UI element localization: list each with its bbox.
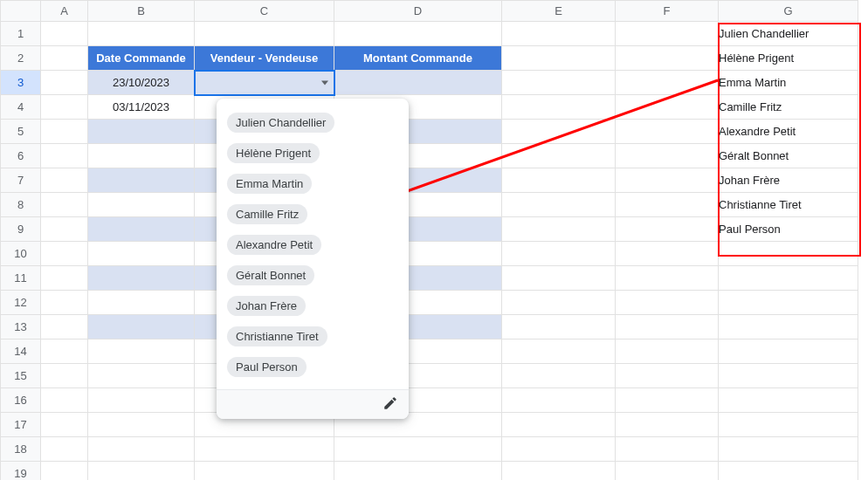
- cell-A16[interactable]: [41, 388, 88, 413]
- cell-A7[interactable]: [41, 168, 88, 193]
- row-header-9[interactable]: 9: [1, 217, 41, 242]
- cell-B16[interactable]: [88, 388, 195, 413]
- dropdown-indicator-icon[interactable]: [321, 80, 328, 85]
- cell-B10[interactable]: [88, 242, 195, 266]
- cell-G5[interactable]: Alexandre Petit: [719, 120, 858, 144]
- cell-B11[interactable]: [88, 266, 195, 291]
- cell-G3[interactable]: Emma Martin: [719, 71, 858, 95]
- cell-E4[interactable]: [502, 95, 616, 120]
- cell-B7[interactable]: [88, 168, 195, 193]
- cell-F10[interactable]: [616, 242, 719, 266]
- cell-A5[interactable]: [41, 120, 88, 144]
- cell-F9[interactable]: [616, 217, 719, 242]
- cell-A3[interactable]: [41, 71, 88, 95]
- cell-E2[interactable]: [502, 46, 616, 71]
- row-header-18[interactable]: 18: [1, 437, 41, 462]
- cell-G9[interactable]: Paul Person: [719, 217, 858, 242]
- col-header-C[interactable]: C: [195, 1, 334, 22]
- cell-E11[interactable]: [502, 266, 616, 291]
- col-header-F[interactable]: F: [616, 1, 719, 22]
- cell-D19[interactable]: [334, 462, 502, 481]
- cell-G8[interactable]: Christianne Tiret: [719, 193, 858, 217]
- cell-C2[interactable]: Vendeur - Vendeuse: [195, 46, 334, 71]
- cell-A19[interactable]: [41, 462, 88, 481]
- cell-B15[interactable]: [88, 364, 195, 388]
- dropdown-option[interactable]: Johan Frère: [227, 296, 306, 316]
- row-header-6[interactable]: 6: [1, 144, 41, 168]
- cell-E3[interactable]: [502, 71, 616, 95]
- cell-G11[interactable]: [719, 266, 858, 291]
- cell-G10[interactable]: [719, 242, 858, 266]
- cell-D18[interactable]: [334, 437, 502, 462]
- col-header-A[interactable]: A: [41, 1, 88, 22]
- cell-G13[interactable]: [719, 315, 858, 339]
- cell-F1[interactable]: [616, 22, 719, 46]
- row-header-12[interactable]: 12: [1, 291, 41, 315]
- row-header-16[interactable]: 16: [1, 388, 41, 413]
- dropdown-option[interactable]: Camille Fritz: [227, 204, 307, 224]
- row-header-1[interactable]: 1: [1, 22, 41, 46]
- cell-B17[interactable]: [88, 413, 195, 437]
- cell-E7[interactable]: [502, 168, 616, 193]
- row-header-3[interactable]: 3: [1, 71, 41, 95]
- col-header-B[interactable]: B: [88, 1, 195, 22]
- cell-G2[interactable]: Hélène Prigent: [719, 46, 858, 71]
- cell-G14[interactable]: [719, 339, 858, 364]
- cell-B19[interactable]: [88, 462, 195, 481]
- cell-F15[interactable]: [616, 364, 719, 388]
- cell-F2[interactable]: [616, 46, 719, 71]
- cell-F7[interactable]: [616, 168, 719, 193]
- cell-A12[interactable]: [41, 291, 88, 315]
- cell-D1[interactable]: [334, 22, 502, 46]
- cell-E6[interactable]: [502, 144, 616, 168]
- cell-A10[interactable]: [41, 242, 88, 266]
- cell-F14[interactable]: [616, 339, 719, 364]
- dropdown-option[interactable]: Julien Chandellier: [227, 113, 334, 133]
- cell-A17[interactable]: [41, 413, 88, 437]
- cell-E16[interactable]: [502, 388, 616, 413]
- cell-C18[interactable]: [195, 437, 334, 462]
- cell-G18[interactable]: [719, 437, 858, 462]
- cell-F11[interactable]: [616, 266, 719, 291]
- cell-F12[interactable]: [616, 291, 719, 315]
- cell-A18[interactable]: [41, 437, 88, 462]
- cell-B14[interactable]: [88, 339, 195, 364]
- cell-G7[interactable]: Johan Frère: [719, 168, 858, 193]
- cell-A4[interactable]: [41, 95, 88, 120]
- cell-E12[interactable]: [502, 291, 616, 315]
- cell-D3[interactable]: [334, 71, 502, 95]
- cell-E10[interactable]: [502, 242, 616, 266]
- cell-F8[interactable]: [616, 193, 719, 217]
- cell-G4[interactable]: Camille Fritz: [719, 95, 858, 120]
- dropdown-option[interactable]: Alexandre Petit: [227, 235, 321, 255]
- cell-F19[interactable]: [616, 462, 719, 481]
- cell-E9[interactable]: [502, 217, 616, 242]
- cell-G17[interactable]: [719, 413, 858, 437]
- cell-B12[interactable]: [88, 291, 195, 315]
- cell-F13[interactable]: [616, 315, 719, 339]
- cell-E18[interactable]: [502, 437, 616, 462]
- cell-B5[interactable]: [88, 120, 195, 144]
- cell-B4[interactable]: 03/11/2023: [88, 95, 195, 120]
- cell-C19[interactable]: [195, 462, 334, 481]
- cell-E15[interactable]: [502, 364, 616, 388]
- dropdown-option[interactable]: Géralt Bonnet: [227, 265, 314, 285]
- row-header-4[interactable]: 4: [1, 95, 41, 120]
- row-header-2[interactable]: 2: [1, 46, 41, 71]
- row-header-11[interactable]: 11: [1, 266, 41, 291]
- cell-F3[interactable]: [616, 71, 719, 95]
- cell-B1[interactable]: [88, 22, 195, 46]
- spreadsheet-grid[interactable]: A B C D E F G 1Julien Chandellier2Date C…: [0, 0, 858, 480]
- row-header-8[interactable]: 8: [1, 193, 41, 217]
- cell-A1[interactable]: [41, 22, 88, 46]
- cell-F17[interactable]: [616, 413, 719, 437]
- cell-E8[interactable]: [502, 193, 616, 217]
- cell-F5[interactable]: [616, 120, 719, 144]
- cell-E17[interactable]: [502, 413, 616, 437]
- cell-A14[interactable]: [41, 339, 88, 364]
- dropdown-option[interactable]: Hélène Prigent: [227, 143, 320, 163]
- cell-F16[interactable]: [616, 388, 719, 413]
- cell-A13[interactable]: [41, 315, 88, 339]
- pencil-icon[interactable]: [382, 395, 398, 411]
- cell-A9[interactable]: [41, 217, 88, 242]
